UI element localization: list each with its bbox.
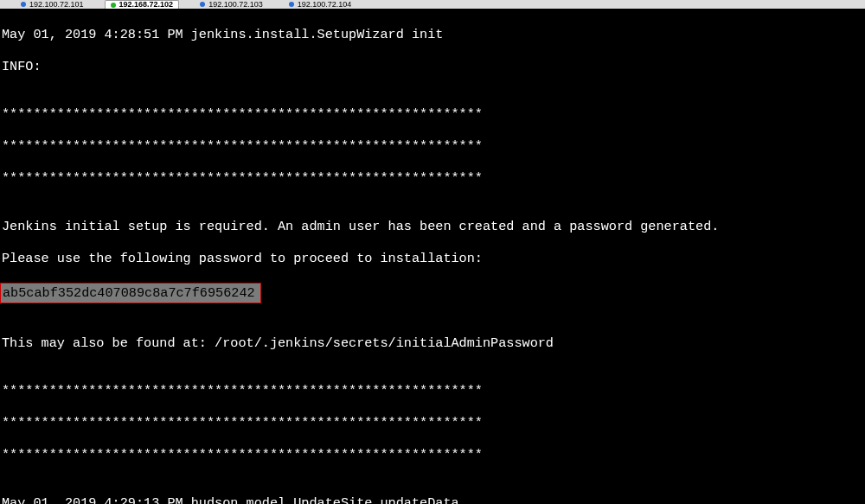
status-dot-icon	[21, 2, 26, 7]
password-highlight[interactable]: ab5cabf352dc407089c8a7c7f6956242	[0, 283, 261, 303]
tab-4[interactable]: 192.100.72.104	[284, 0, 357, 9]
status-dot-icon	[111, 3, 116, 8]
log-line: ****************************************…	[2, 138, 863, 155]
tab-label: 192.100.72.104	[298, 0, 352, 9]
tab-label: 192.168.72.102	[119, 0, 174, 9]
log-line: INFO:	[2, 59, 863, 75]
tab-1[interactable]: 192.100.72.101	[16, 0, 89, 9]
tab-bar: 192.100.72.101 192.168.72.102 192.100.72…	[0, 0, 865, 9]
tab-label: 192.100.72.103	[208, 0, 263, 9]
password-line: ab5cabf352dc407089c8a7c7f6956242	[2, 283, 863, 303]
status-dot-icon	[289, 2, 294, 7]
log-line: ****************************************…	[2, 447, 863, 463]
status-dot-icon	[200, 2, 205, 7]
terminal-output[interactable]: May 01, 2019 4:28:51 PM jenkins.install.…	[0, 9, 865, 504]
log-line: Please use the following password to pro…	[2, 251, 863, 267]
log-line: ****************************************…	[2, 383, 863, 399]
log-line: ****************************************…	[2, 106, 863, 123]
log-line: ****************************************…	[2, 415, 863, 431]
tab-label: 192.100.72.101	[29, 0, 84, 9]
log-line: Jenkins initial setup is required. An ad…	[2, 219, 863, 235]
highlight-border-extension	[261, 285, 340, 301]
log-line: ****************************************…	[2, 170, 863, 187]
tab-2-active[interactable]: 192.168.72.102	[105, 0, 180, 9]
log-line: May 01, 2019 4:29:13 PM hudson.model.Upd…	[2, 495, 863, 505]
log-line: May 01, 2019 4:28:51 PM jenkins.install.…	[2, 27, 863, 43]
log-line: This may also be found at: /root/.jenkin…	[2, 335, 863, 352]
tab-3[interactable]: 192.100.72.103	[195, 0, 268, 9]
